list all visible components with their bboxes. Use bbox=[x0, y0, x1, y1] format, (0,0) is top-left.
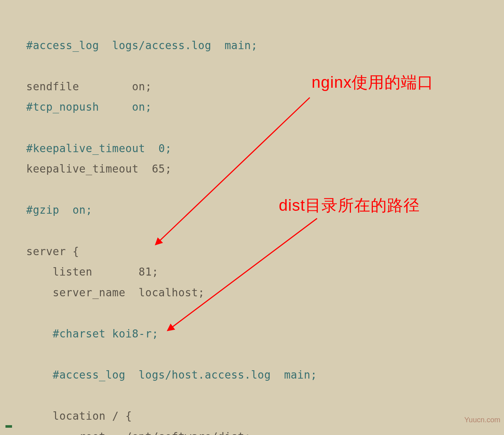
code-line: #charset koi8-r; bbox=[26, 328, 159, 340]
code-line: #gzip on; bbox=[26, 204, 92, 216]
code-line: listen 81; bbox=[26, 266, 159, 278]
code-line: #tcp_nopush on; bbox=[26, 101, 152, 113]
code-line: keepalive_timeout 65; bbox=[26, 163, 172, 175]
annotation-dist: dist目录所在的路径 bbox=[279, 195, 420, 216]
code-line: location / { bbox=[26, 410, 132, 422]
code-line: #keepalive_timeout 0; bbox=[26, 142, 172, 155]
annotation-port: nginx使用的端口 bbox=[312, 72, 434, 93]
code-line: server_name localhost; bbox=[26, 286, 205, 299]
code-line: #access_log logs/host.access.log main; bbox=[26, 369, 317, 381]
cursor-indicator bbox=[5, 425, 12, 428]
code-line: root /opt/software/dist; bbox=[26, 431, 251, 435]
code-line: server { bbox=[26, 245, 79, 258]
watermark-text: Yuucn.com bbox=[464, 416, 500, 424]
code-line: #access_log logs/access.log main; bbox=[26, 39, 258, 52]
code-line: sendfile on; bbox=[26, 80, 152, 93]
